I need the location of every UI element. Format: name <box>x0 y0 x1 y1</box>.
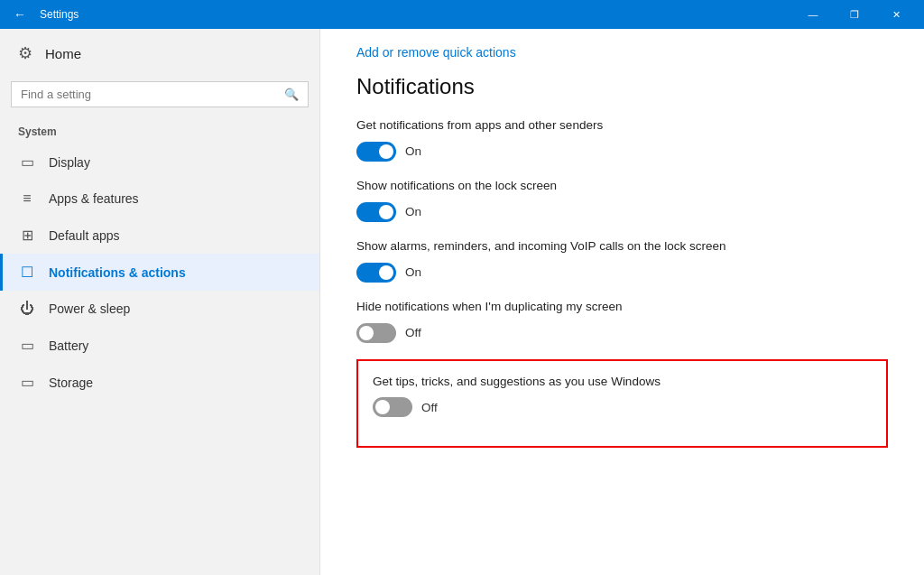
content-area: Add or remove quick actions Notification… <box>320 29 924 575</box>
home-icon: ⚙ <box>18 43 32 63</box>
main-layout: ⚙ Home 🔍 System ▭ Display ≡ Apps & featu… <box>0 29 924 575</box>
window-controls: — ❐ ✕ <box>792 0 917 29</box>
display-icon: ▭ <box>18 153 36 171</box>
toggle-thumb <box>379 205 393 219</box>
setting-tips-tricks: Get tips, tricks, and suggestions as you… <box>373 374 872 418</box>
back-button[interactable]: ← <box>7 2 32 27</box>
quick-actions-link[interactable]: Add or remove quick actions <box>356 29 888 69</box>
toggle-thumb <box>379 144 393 159</box>
power-icon: ⏻ <box>18 301 36 317</box>
setting-description: Get tips, tricks, and suggestions as you… <box>373 374 872 391</box>
apps-icon: ≡ <box>18 190 36 207</box>
sidebar-item-power-sleep[interactable]: ⏻ Power & sleep <box>0 291 319 327</box>
sidebar-item-label: Storage <box>49 376 93 390</box>
search-icon: 🔍 <box>284 88 299 101</box>
toggle-row: On <box>356 142 888 162</box>
setting-lock-screen: Show notifications on the lock screen On <box>356 178 888 222</box>
setting-description: Show alarms, reminders, and incoming VoI… <box>356 238 888 255</box>
sidebar-item-storage[interactable]: ▭ Storage <box>0 364 319 401</box>
toggle-label: On <box>405 144 421 158</box>
toggle-row: Off <box>356 323 888 343</box>
toggle-alarms-voip[interactable] <box>356 263 396 283</box>
toggle-row: On <box>356 263 888 283</box>
app-title: Settings <box>40 8 792 21</box>
home-label: Home <box>45 46 81 61</box>
toggle-thumb <box>375 400 390 414</box>
sidebar-item-notifications[interactable]: ☐ Notifications & actions <box>0 254 319 291</box>
sidebar-item-label: Battery <box>49 339 88 353</box>
sidebar-item-label: Notifications & actions <box>49 265 186 280</box>
storage-icon: ▭ <box>18 374 36 391</box>
toggle-tips-tricks[interactable] <box>373 397 412 417</box>
toggle-label: On <box>405 265 421 279</box>
toggle-apps-senders[interactable] <box>356 142 396 162</box>
search-input[interactable] <box>21 88 277 101</box>
toggle-duplicating-screen[interactable] <box>356 323 396 343</box>
sidebar-item-label: Display <box>49 155 90 170</box>
notifications-title: Notifications <box>356 74 888 99</box>
battery-icon: ▭ <box>18 337 36 354</box>
toggle-thumb <box>379 265 393 280</box>
setting-duplicating-screen: Hide notifications when I'm duplicating … <box>356 299 888 343</box>
restore-button[interactable]: ❐ <box>834 0 875 29</box>
notifications-icon: ☐ <box>18 264 36 281</box>
sidebar-item-label: Apps & features <box>49 191 139 206</box>
toggle-row: On <box>356 202 888 222</box>
search-box[interactable]: 🔍 <box>11 81 309 107</box>
toggle-label: Off <box>405 326 421 339</box>
setting-apps-senders: Get notifications from apps and other se… <box>356 117 888 162</box>
toggle-lock-screen[interactable] <box>356 202 396 222</box>
sidebar: ⚙ Home 🔍 System ▭ Display ≡ Apps & featu… <box>0 29 320 575</box>
section-label: System <box>0 118 319 144</box>
toggle-label: Off <box>421 401 438 414</box>
close-button[interactable]: ✕ <box>875 0 917 29</box>
sidebar-item-label: Power & sleep <box>49 301 130 316</box>
toggle-row: Off <box>373 397 872 417</box>
sidebar-item-apps-features[interactable]: ≡ Apps & features <box>0 181 319 217</box>
toggle-label: On <box>405 205 421 218</box>
minimize-button[interactable]: — <box>792 0 834 29</box>
setting-description: Show notifications on the lock screen <box>356 178 888 195</box>
setting-description: Get notifications from apps and other se… <box>356 117 888 134</box>
setting-alarms-voip: Show alarms, reminders, and incoming VoI… <box>356 238 888 283</box>
sidebar-item-home[interactable]: ⚙ Home <box>0 29 319 78</box>
sidebar-item-label: Default apps <box>49 228 120 243</box>
titlebar: ← Settings — ❐ ✕ <box>0 0 924 29</box>
sidebar-item-battery[interactable]: ▭ Battery <box>0 327 319 364</box>
default-apps-icon: ⊞ <box>18 227 36 244</box>
sidebar-item-default-apps[interactable]: ⊞ Default apps <box>0 217 319 254</box>
setting-tips-tricks-highlighted: Get tips, tricks, and suggestions as you… <box>356 359 888 449</box>
sidebar-item-display[interactable]: ▭ Display <box>0 144 319 181</box>
toggle-thumb <box>359 326 374 340</box>
setting-description: Hide notifications when I'm duplicating … <box>356 299 888 316</box>
